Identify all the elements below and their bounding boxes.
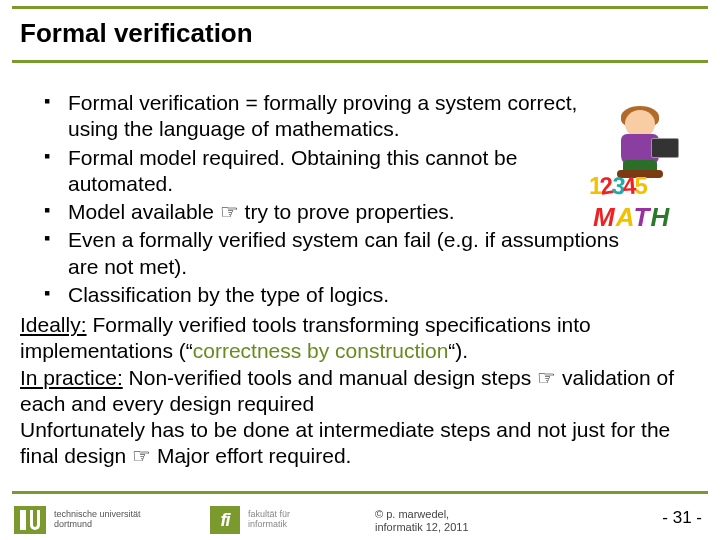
- bullet-text: Formal verification = formally proving a…: [68, 90, 628, 143]
- copyright: © p. marwedel, informatik 12, 2011: [375, 508, 469, 534]
- fi-mark-icon: fi: [210, 506, 240, 534]
- copy-line1: © p. marwedel,: [375, 508, 469, 521]
- fi-logo: fi fakultät für informatik: [210, 506, 290, 534]
- ideally-text-2: “).: [448, 339, 468, 362]
- tu-line2: dortmund: [54, 520, 141, 530]
- bullet-list: Formal verification = formally proving a…: [20, 90, 700, 308]
- ideally-label: Ideally:: [20, 313, 87, 336]
- paragraph-practice: In practice: Non-verified tools and manu…: [20, 365, 700, 418]
- slide-title: Formal verification: [20, 18, 253, 49]
- correctness-phrase: correctness by construction: [193, 339, 449, 362]
- paragraph-tail: Unfortunately has to be done at intermed…: [20, 417, 700, 470]
- bullet-item: Model available ☞ try to prove propertie…: [50, 199, 700, 225]
- tu-logo-text: technische universität dortmund: [54, 510, 141, 530]
- copy-line2: informatik 12, 2011: [375, 521, 469, 534]
- title-rule: [12, 60, 708, 63]
- bullet-text: Classification by the type of logics.: [68, 283, 389, 306]
- bullet-item: Formal model required. Obtaining this ca…: [50, 145, 700, 198]
- paragraph-ideally: Ideally: Formally verified tools transfo…: [20, 312, 700, 365]
- bullet-text: Even a formally verified system can fail…: [68, 227, 628, 280]
- practice-label: In practice:: [20, 366, 123, 389]
- bullet-item: Classification by the type of logics.: [50, 282, 700, 308]
- fi-logo-text: fakultät für informatik: [248, 510, 290, 530]
- bullet-text: Formal model required. Obtaining this ca…: [68, 145, 628, 198]
- page-number: - 31 -: [662, 508, 702, 528]
- bullet-item: Formal verification = formally proving a…: [50, 90, 700, 143]
- top-rule: [12, 6, 708, 9]
- content-area: Formal verification = formally proving a…: [20, 90, 700, 470]
- bullet-item: Even a formally verified system can fail…: [50, 227, 700, 280]
- fi-line2: informatik: [248, 520, 290, 530]
- tu-mark-icon: [14, 506, 46, 534]
- footer: technische universität dortmund fi fakul…: [0, 494, 720, 540]
- tu-dortmund-logo: technische universität dortmund: [14, 506, 141, 534]
- slide: Formal verification 12345 MATH Formal ve…: [0, 0, 720, 540]
- bullet-text: Model available ☞ try to prove propertie…: [68, 200, 455, 223]
